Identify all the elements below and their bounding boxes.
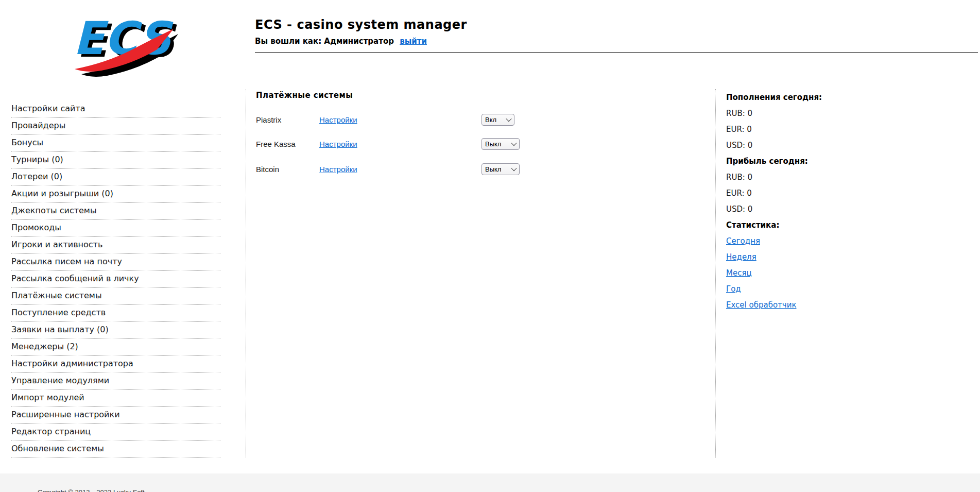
page-title: ECS - casino system manager: [255, 18, 467, 32]
deposits-rub: RUB: 0: [726, 108, 881, 124]
sidebar-item-promocodes[interactable]: Промокоды: [11, 220, 220, 237]
sidebar-item-jackpots[interactable]: Джекпоты системы: [11, 203, 220, 220]
sidebar-item-lotteries[interactable]: Лотереи (0): [11, 169, 220, 186]
sidebar-item-email-newsletter[interactable]: Рассылка писем на почту: [11, 254, 220, 271]
deposits-heading: Пополнения сегодня:: [726, 92, 881, 108]
selected-state: Выкл: [485, 165, 501, 173]
selected-state: Вкл: [485, 116, 496, 124]
free-kassa-settings-link[interactable]: Настройки: [319, 140, 357, 148]
bitcoin-state-select[interactable]: Выкл: [482, 163, 520, 175]
panel-heading: Платёжные системы: [256, 91, 709, 100]
payment-name: Free Kassa: [256, 140, 319, 148]
sidebar-item-system-update[interactable]: Обновление системы: [11, 441, 220, 458]
sidebar-item-admin-settings[interactable]: Настройки администратора: [11, 356, 220, 373]
sidebar-item-providers[interactable]: Провайдеры: [11, 118, 220, 135]
sidebar-item-incoming-funds[interactable]: Поступление средств: [11, 305, 220, 322]
payment-name: Bitcoin: [256, 165, 319, 174]
sidebar-item-module-management[interactable]: Управление модулями: [11, 373, 220, 390]
header-divider: [255, 52, 978, 53]
login-status: Вы вошли как: Администратор выйти: [255, 37, 467, 46]
sidebar-item-advanced-settings[interactable]: Расширенные настройки: [11, 407, 220, 424]
chevron-down-icon: [511, 165, 517, 171]
stats-excel-link[interactable]: Excel обработчик: [726, 300, 796, 310]
ecs-logo: ECS ECS: [71, 8, 179, 78]
stats-heading: Статистика:: [726, 219, 881, 235]
stats-panel: Пополнения сегодня: RUB: 0 EUR: 0 USD: 0…: [726, 92, 881, 315]
footer: Copyright © 2013—2022 Lucky Soft: [0, 473, 980, 492]
payment-row-bitcoin: Bitcoin Настройки Выкл: [256, 163, 575, 175]
bitcoin-settings-link[interactable]: Настройки: [319, 165, 357, 174]
left-column-divider: [246, 89, 246, 458]
sidebar-item-pm-newsletter[interactable]: Рассылка сообщений в личку: [11, 271, 220, 288]
piastrix-state-select[interactable]: Вкл: [482, 114, 514, 126]
sidebar-item-page-editor[interactable]: Редактор страниц: [11, 424, 220, 441]
deposits-usd: USD: 0: [726, 140, 881, 156]
free-kassa-state-select[interactable]: Выкл: [482, 138, 520, 150]
deposits-eur: EUR: 0: [726, 124, 881, 140]
header: ECS - casino system manager Вы вошли как…: [255, 18, 467, 46]
right-column-divider: [715, 89, 716, 458]
sidebar-item-managers[interactable]: Менеджеры (2): [11, 339, 220, 356]
piastrix-settings-link[interactable]: Настройки: [319, 115, 357, 124]
chevron-down-icon: [511, 140, 517, 146]
payment-row-piastrix: Piastrix Настройки Вкл: [256, 113, 575, 126]
chevron-down-icon: [506, 116, 511, 122]
sidebar-item-promotions[interactable]: Акции и розыгрыши (0): [11, 186, 220, 203]
copyright-text: Copyright © 2013—2022 Lucky Soft: [38, 488, 145, 492]
stats-year-link[interactable]: Год: [726, 284, 741, 294]
ecs-logo-image: ECS ECS: [71, 8, 179, 78]
sidebar-item-bonuses[interactable]: Бонусы: [11, 135, 220, 152]
profit-rub: RUB: 0: [726, 172, 881, 188]
payment-name: Piastrix: [256, 115, 319, 124]
logout-link[interactable]: выйти: [400, 37, 427, 46]
payment-systems-panel: Платёжные системы Piastrix Настройки Вкл…: [256, 91, 709, 100]
payment-row-free-kassa: Free Kassa Настройки Выкл: [256, 138, 575, 150]
sidebar-menu: Настройки сайта Провайдеры Бонусы Турнир…: [11, 101, 220, 458]
sidebar-item-module-import[interactable]: Импорт модулей: [11, 390, 220, 407]
sidebar-item-site-settings[interactable]: Настройки сайта: [11, 101, 220, 118]
profit-usd: USD: 0: [726, 203, 881, 219]
sidebar-item-players-activity[interactable]: Игроки и активность: [11, 237, 220, 254]
stats-month-link[interactable]: Месяц: [726, 268, 752, 278]
sidebar-item-payout-requests[interactable]: Заявки на выплату (0): [11, 322, 220, 339]
stats-today-link[interactable]: Сегодня: [726, 236, 760, 246]
stats-week-link[interactable]: Неделя: [726, 252, 757, 262]
profit-heading: Прибыль сегодня:: [726, 156, 881, 172]
sidebar-item-tournaments[interactable]: Турниры (0): [11, 152, 220, 169]
profit-eur: EUR: 0: [726, 188, 881, 203]
sidebar-item-payment-systems[interactable]: Платёжные системы: [11, 288, 220, 305]
selected-state: Выкл: [485, 140, 501, 148]
login-status-text: Вы вошли как: Администратор: [255, 37, 394, 46]
